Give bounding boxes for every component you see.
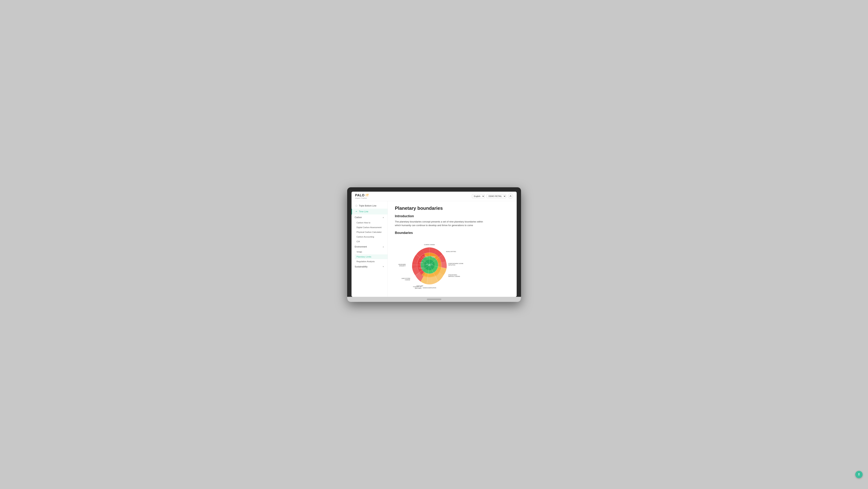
- svg-text:LAND SYSTEM: LAND SYSTEM: [401, 278, 410, 279]
- sidebar-carbon-items: Carbon How to Digital Carbon Assessment …: [351, 220, 388, 244]
- app-body: Triple Bottom Line Time Line Carbon ▲ Ca…: [351, 201, 517, 297]
- svg-text:STRATOSPHERIC OZONE: STRATOSPHERIC OZONE: [448, 263, 463, 264]
- sidebar-item-carbon-how-to[interactable]: Carbon How to: [355, 220, 388, 225]
- sidebar-section-environment[interactable]: Environment ▲: [351, 244, 388, 250]
- boundaries-title: Boundaries: [395, 231, 509, 235]
- svg-text:DEPLETION: DEPLETION: [448, 264, 455, 266]
- svg-point-39: [859, 473, 859, 474]
- svg-text:Radiative: Radiative: [431, 256, 436, 257]
- svg-point-0: [510, 195, 511, 196]
- logo-subtitle: Impact Tracker: [355, 197, 369, 199]
- svg-text:Green water: Green water: [416, 285, 423, 286]
- carbon-chevron-icon: ▲: [382, 216, 384, 218]
- sidebar-item-cix[interactable]: CIX: [355, 239, 388, 244]
- chart-svg: CLIMATE CHANGE NOVEL ENTITIES STRATOSPHE…: [395, 238, 464, 292]
- chat-icon: [857, 473, 861, 476]
- svg-text:NOVEL ENTITIES: NOVEL ENTITIES: [446, 251, 456, 252]
- svg-text:Functional: Functional: [419, 267, 424, 268]
- sidebar: Triple Bottom Line Time Line Carbon ▲ Ca…: [351, 201, 388, 297]
- logo-area: PALO IT Impact Tracker: [355, 194, 369, 199]
- app-header: PALO IT Impact Tracker English DEMO RETA…: [351, 192, 517, 201]
- sidebar-section-carbon[interactable]: Carbon ▲: [351, 214, 388, 220]
- sidebar-item-planetary-limits[interactable]: Planetary Limits: [355, 254, 388, 259]
- svg-text:Genetic: Genetic: [419, 262, 423, 263]
- svg-point-40: [859, 473, 860, 474]
- svg-text:INTEGRITY: INTEGRITY: [399, 265, 406, 266]
- sidebar-item-physical-carbon[interactable]: Physical Carbon Calculator: [355, 230, 388, 234]
- page-title: Planetary boundaries: [395, 205, 509, 211]
- demo-select[interactable]: DEMO RETAIL: [487, 194, 506, 198]
- svg-point-1: [355, 205, 357, 206]
- svg-text:CO2: CO2: [424, 255, 426, 256]
- user-icon[interactable]: [508, 194, 513, 199]
- logo-it: IT: [365, 194, 369, 197]
- svg-text:concentration: concentration: [422, 256, 429, 257]
- svg-text:(Blue water): (Blue water): [415, 288, 421, 289]
- language-select[interactable]: English: [472, 194, 485, 198]
- main-content: Planetary boundaries Introduction The pl…: [388, 201, 517, 297]
- intro-section-title: Introduction: [395, 214, 509, 218]
- sidebar-item-triple-bottom-line[interactable]: Triple Bottom Line: [351, 203, 388, 209]
- logo: PALO IT: [355, 194, 369, 197]
- svg-text:AEROSOL LOADING: AEROSOL LOADING: [448, 276, 460, 277]
- svg-text:forcing: forcing: [432, 257, 435, 258]
- svg-rect-37: [859, 475, 860, 475]
- svg-text:Safe operating: Safe operating: [426, 264, 433, 265]
- sustainability-chevron-icon: ▼: [382, 266, 384, 268]
- environment-chevron-icon: ▲: [382, 246, 384, 248]
- sidebar-item-regulation-analysis[interactable]: Regulation Analysis: [355, 259, 388, 264]
- sidebar-item-timeline[interactable]: Time Line: [351, 209, 388, 214]
- chat-button[interactable]: [855, 471, 863, 478]
- sidebar-item-carbon-accounting[interactable]: Carbon Accounting: [355, 234, 388, 239]
- triple-bottom-line-icon: [355, 205, 358, 207]
- svg-text:OCEAN ACIDIFICATION: OCEAN ACIDIFICATION: [423, 287, 436, 288]
- sidebar-environment-items: TFND Planetary Limits Regulation Analysi…: [351, 250, 388, 264]
- svg-text:CLIMATE CHANGE: CLIMATE CHANGE: [424, 244, 435, 245]
- svg-text:space: space: [428, 265, 431, 266]
- intro-text: The planetary boundaries concept present…: [395, 220, 489, 228]
- svg-rect-38: [859, 475, 860, 476]
- sidebar-item-tfnd[interactable]: TFND: [355, 250, 388, 254]
- sidebar-section-sustainability[interactable]: Sustainability ▼: [351, 264, 388, 269]
- logo-palo: PALO: [355, 194, 365, 197]
- svg-text:BIOSPHERE: BIOSPHERE: [398, 264, 406, 265]
- sidebar-item-digital-carbon[interactable]: Digital Carbon Assessment: [355, 225, 388, 230]
- header-controls: English DEMO RETAIL: [472, 194, 513, 199]
- svg-text:CHANGE: CHANGE: [405, 279, 410, 281]
- timeline-icon: [355, 210, 358, 213]
- svg-text:ATMOSPHERIC: ATMOSPHERIC: [448, 274, 457, 276]
- planetary-boundaries-chart: CLIMATE CHANGE NOVEL ENTITIES STRATOSPHE…: [395, 238, 464, 292]
